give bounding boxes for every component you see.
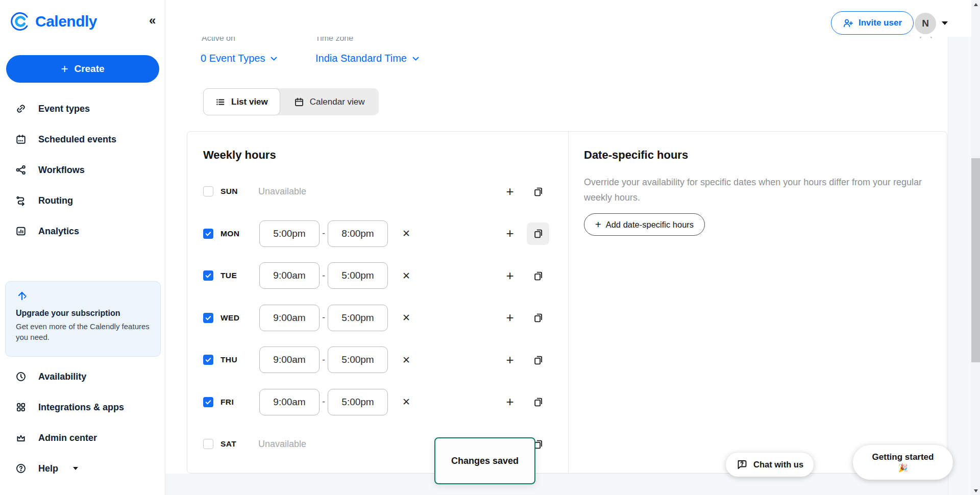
add-interval-button[interactable]: + bbox=[499, 349, 521, 371]
delete-interval-button[interactable]: ✕ bbox=[402, 270, 410, 282]
chat-with-us-button[interactable]: Chat with us bbox=[726, 453, 814, 477]
weekly-rows: SUN Unavailable + MON - ✕ + bbox=[187, 170, 568, 465]
add-interval-button[interactable]: + bbox=[499, 307, 521, 329]
calendar-icon bbox=[294, 97, 304, 107]
copy-times-button[interactable] bbox=[527, 222, 549, 245]
sidebar-item-integrations[interactable]: Integrations & apps bbox=[0, 392, 165, 423]
add-interval-button[interactable]: + bbox=[499, 180, 521, 203]
sidebar-item-label: Admin center bbox=[38, 433, 97, 443]
upgrade-title: Upgrade your subscription bbox=[16, 309, 150, 318]
sidebar-nav-top: Event types Scheduled events Workflows bbox=[0, 93, 165, 246]
add-user-icon bbox=[843, 18, 853, 29]
sidebar-item-label: Routing bbox=[38, 195, 73, 206]
day-row-sun: SUN Unavailable + bbox=[187, 170, 568, 213]
day-row-mon: MON - ✕ + bbox=[187, 213, 568, 255]
check-icon bbox=[205, 314, 212, 321]
scrollbar-down-arrow[interactable] bbox=[971, 486, 980, 495]
account-menu-caret-icon[interactable] bbox=[942, 21, 948, 25]
add-interval-button[interactable]: + bbox=[499, 391, 521, 413]
create-button[interactable]: + Create bbox=[6, 55, 159, 83]
start-time-input[interactable] bbox=[259, 389, 320, 415]
workflows-icon bbox=[15, 164, 27, 176]
upgrade-icon bbox=[16, 290, 28, 302]
tab-calendar-view[interactable]: Calendar view bbox=[280, 88, 379, 115]
sidebar-item-label: Event types bbox=[38, 104, 90, 114]
copy-times-button[interactable] bbox=[527, 264, 549, 287]
plus-icon: + bbox=[595, 219, 601, 231]
date-specific-title: Date-specific hours bbox=[584, 148, 688, 162]
scrollbar-up-arrow[interactable] bbox=[971, 0, 980, 9]
sidebar-item-analytics[interactable]: Analytics bbox=[0, 216, 165, 246]
sidebar: Calendly « + Create Event types Schedule… bbox=[0, 0, 165, 495]
day-checkbox[interactable] bbox=[203, 229, 213, 239]
collapse-sidebar-icon[interactable]: « bbox=[149, 13, 156, 28]
availability-card: Weekly hours SUN Unavailable + M bbox=[187, 131, 947, 474]
invite-user-button[interactable]: Invite user bbox=[831, 11, 914, 35]
end-time-input[interactable] bbox=[328, 389, 388, 415]
sidebar-item-event-types[interactable]: Event types bbox=[0, 93, 165, 124]
sidebar-item-label: Scheduled events bbox=[38, 134, 116, 145]
copy-times-button[interactable] bbox=[527, 307, 549, 329]
add-interval-button[interactable]: + bbox=[499, 222, 521, 245]
upgrade-subscription-card[interactable]: Upgrade your subscription Get even more … bbox=[5, 281, 161, 357]
delete-interval-button[interactable]: ✕ bbox=[402, 228, 410, 239]
party-popper-icon: 🎉 bbox=[898, 463, 908, 473]
tab-list-view[interactable]: List view bbox=[203, 88, 280, 115]
start-time-input[interactable] bbox=[259, 262, 320, 289]
copy-times-button[interactable] bbox=[527, 180, 549, 203]
active-on-dropdown[interactable]: 0 Event Types bbox=[201, 53, 277, 64]
end-time-input[interactable] bbox=[328, 305, 388, 331]
toast-message: Changes saved bbox=[451, 456, 519, 466]
end-time-input[interactable] bbox=[328, 346, 388, 373]
chat-bubble-icon bbox=[736, 459, 748, 471]
check-icon bbox=[205, 230, 212, 237]
add-date-specific-hours-button[interactable]: + Add date-specific hours bbox=[584, 213, 705, 236]
day-checkbox[interactable] bbox=[203, 439, 213, 449]
end-time-input[interactable] bbox=[328, 262, 388, 289]
delete-interval-button[interactable]: ✕ bbox=[402, 396, 410, 408]
sidebar-item-routing[interactable]: Routing bbox=[0, 185, 165, 216]
day-checkbox[interactable] bbox=[203, 355, 213, 365]
sidebar-item-help[interactable]: Help bbox=[0, 453, 165, 484]
scrollbar-thumb[interactable] bbox=[971, 158, 980, 362]
day-checkbox[interactable] bbox=[203, 397, 213, 407]
help-icon bbox=[15, 463, 27, 474]
sidebar-item-admin-center[interactable]: Admin center bbox=[0, 423, 165, 453]
start-time-input[interactable] bbox=[259, 346, 320, 373]
getting-started-button[interactable]: Getting started 🎉 bbox=[853, 445, 953, 480]
copy-icon bbox=[533, 312, 544, 323]
timezone-dropdown[interactable]: India Standard Time bbox=[315, 53, 419, 64]
add-interval-button[interactable]: + bbox=[499, 264, 521, 287]
day-checkbox[interactable] bbox=[203, 186, 213, 196]
time-range-separator: - bbox=[322, 270, 325, 281]
check-icon bbox=[205, 399, 212, 406]
start-time-input[interactable] bbox=[259, 305, 320, 331]
analytics-icon bbox=[15, 226, 27, 237]
day-checkbox[interactable] bbox=[203, 270, 213, 281]
check-icon bbox=[205, 272, 212, 279]
copy-icon bbox=[533, 228, 544, 239]
sidebar-item-label: Workflows bbox=[38, 165, 85, 176]
day-label: TUE bbox=[220, 271, 248, 280]
copy-icon bbox=[533, 397, 544, 407]
avatar[interactable]: N bbox=[915, 13, 936, 34]
calendly-logo[interactable]: Calendly « bbox=[10, 11, 158, 32]
time-range-separator: - bbox=[322, 312, 325, 323]
page-background-right bbox=[948, 37, 971, 495]
vertical-scrollbar[interactable] bbox=[971, 0, 980, 495]
day-row-tue: TUE - ✕ + bbox=[187, 255, 568, 297]
sidebar-item-workflows[interactable]: Workflows bbox=[0, 155, 165, 185]
day-checkbox[interactable] bbox=[203, 313, 213, 323]
sidebar-item-scheduled-events[interactable]: Scheduled events bbox=[0, 124, 165, 155]
delete-interval-button[interactable]: ✕ bbox=[402, 354, 410, 366]
copy-times-button[interactable] bbox=[527, 391, 549, 413]
end-time-input[interactable] bbox=[328, 220, 388, 247]
sidebar-item-availability[interactable]: Availability bbox=[0, 361, 165, 392]
start-time-input[interactable] bbox=[259, 220, 320, 247]
routing-icon bbox=[15, 195, 27, 206]
delete-interval-button[interactable]: ✕ bbox=[402, 312, 410, 324]
copy-times-button[interactable] bbox=[527, 349, 549, 371]
date-specific-panel: Date-specific hours Override your availa… bbox=[568, 132, 947, 473]
sidebar-item-label: Availability bbox=[38, 372, 86, 382]
sidebar-item-label: Analytics bbox=[38, 226, 79, 237]
